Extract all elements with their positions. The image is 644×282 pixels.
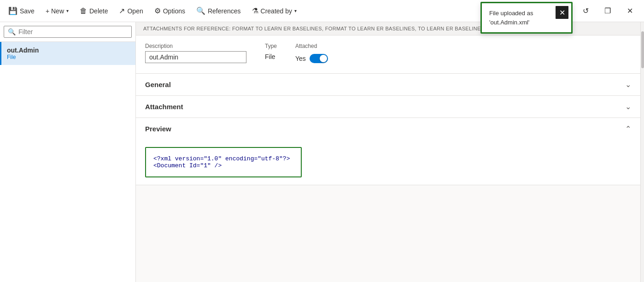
refresh-button[interactable]: ↺: [575, 4, 596, 18]
main-layout: 🔍 out.Admin File ATTACHMENTS FOR REFEREN…: [0, 22, 644, 282]
notification-text: File uploaded as 'out.Admin.xml': [489, 9, 553, 27]
preview-code-block: <?xml version="1.0" encoding="utf-8"?> <…: [145, 147, 302, 177]
type-field: Type File: [265, 43, 277, 62]
type-label: Type: [265, 43, 277, 49]
toggle-thumb: [320, 55, 327, 62]
references-button[interactable]: 🔍 References: [192, 4, 246, 18]
attachment-section-header[interactable]: Attachment ⌄: [136, 96, 640, 118]
options-button[interactable]: ⚙ Options: [150, 4, 190, 18]
general-section-title: General: [145, 81, 171, 88]
filter-search-icon: 🔍: [8, 28, 16, 35]
preview-code-line1: <?xml version="1.0" encoding="utf-8"?>: [153, 155, 290, 162]
form-area: Description Type File Attached Yes: [136, 35, 640, 74]
description-label: Description: [145, 43, 246, 49]
general-section-header[interactable]: General ⌄: [136, 74, 640, 95]
options-icon: ⚙: [154, 6, 161, 15]
close-button[interactable]: ✕: [619, 4, 640, 18]
delete-icon: 🗑: [80, 7, 87, 15]
refresh-icon: ↺: [583, 6, 589, 15]
type-value: File: [265, 51, 277, 62]
sections: General ⌄ Attachment ⌄ Preview ⌃: [136, 74, 640, 282]
attached-toggle[interactable]: [310, 54, 328, 63]
restore-icon: ❐: [604, 6, 611, 15]
attachment-chevron-icon: ⌄: [625, 102, 631, 111]
content: ATTACHMENTS FOR REFERENCE: FORMAT TO LEA…: [136, 22, 640, 282]
scroll-track[interactable]: [640, 22, 644, 282]
attached-value: Yes: [295, 53, 306, 64]
attached-label: Attached: [295, 43, 328, 49]
preview-code-line2: <Document Id="1" />: [153, 162, 222, 169]
attachment-section: Attachment ⌄: [136, 96, 640, 118]
new-button[interactable]: + New ▾: [41, 5, 73, 18]
created-by-button[interactable]: ⚗ Created by ▾: [247, 4, 301, 18]
general-chevron-icon: ⌄: [625, 80, 631, 89]
close-icon: ✕: [627, 6, 633, 15]
description-input[interactable]: [145, 51, 246, 63]
open-icon: ↗: [119, 6, 125, 15]
sidebar-item-sub: File: [7, 54, 130, 60]
attached-field: Attached Yes: [295, 43, 328, 66]
restore-button[interactable]: ❐: [597, 4, 618, 18]
references-icon: 🔍: [196, 6, 205, 15]
sidebar-item-name: out.Admin: [7, 47, 130, 54]
preview-section-content: <?xml version="1.0" encoding="utf-8"?> <…: [136, 140, 640, 185]
sidebar: 🔍 out.Admin File: [0, 22, 136, 282]
general-section: General ⌄: [136, 74, 640, 96]
notification-popup: File uploaded as 'out.Admin.xml' ✕: [480, 2, 573, 34]
delete-button[interactable]: 🗑 Delete: [75, 4, 112, 18]
sidebar-item[interactable]: out.Admin File: [0, 42, 135, 65]
chevron-down-icon: ▾: [66, 8, 69, 13]
save-button[interactable]: 💾 Save: [4, 4, 39, 18]
notification-close-icon: ✕: [559, 8, 565, 17]
save-icon: 💾: [8, 6, 18, 15]
attachment-section-title: Attachment: [145, 103, 183, 111]
scroll-thumb: [641, 31, 644, 68]
chevron-down-icon: ▾: [294, 8, 297, 13]
open-button[interactable]: ↗ Open: [114, 4, 147, 18]
notification-close-button[interactable]: ✕: [556, 6, 568, 19]
description-field: Description: [145, 43, 246, 63]
preview-chevron-icon: ⌃: [625, 124, 631, 133]
preview-section-header[interactable]: Preview ⌃: [136, 118, 640, 140]
attached-toggle-wrap: Yes: [295, 51, 328, 66]
filter-input-wrap: 🔍: [4, 26, 132, 38]
sidebar-filter: 🔍: [0, 22, 135, 42]
preview-section: Preview ⌃ <?xml version="1.0" encoding="…: [136, 118, 640, 185]
filter-input[interactable]: [18, 28, 128, 35]
preview-section-title: Preview: [145, 125, 171, 133]
filter-icon: ⚗: [252, 6, 258, 15]
